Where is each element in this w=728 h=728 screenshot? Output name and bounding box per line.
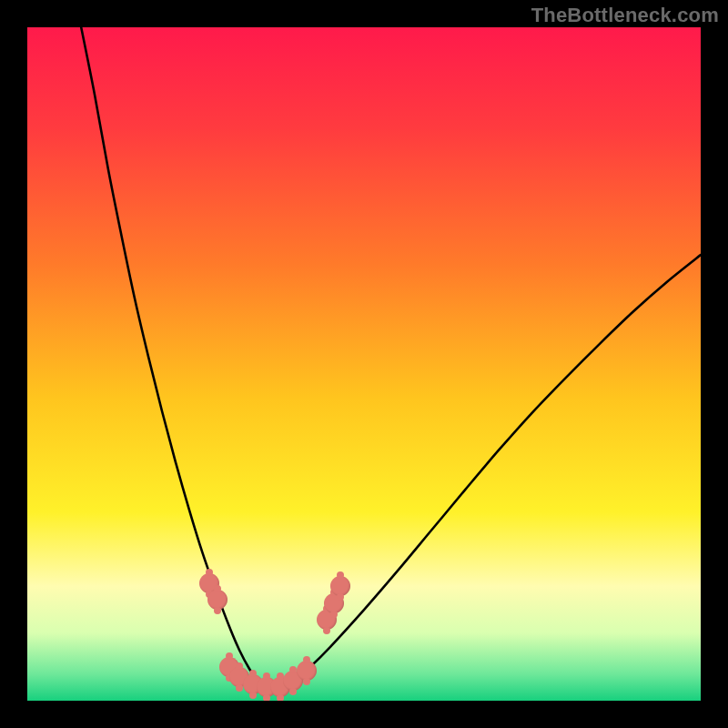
chart-frame: TheBottleneck.com [0, 0, 728, 728]
curve-right [269, 255, 701, 693]
curve-layer [27, 27, 701, 701]
watermark-text: TheBottleneck.com [531, 4, 719, 27]
curve-left [81, 27, 269, 694]
data-marker [207, 590, 228, 610]
plot-area [27, 27, 701, 701]
data-marker [297, 661, 317, 681]
